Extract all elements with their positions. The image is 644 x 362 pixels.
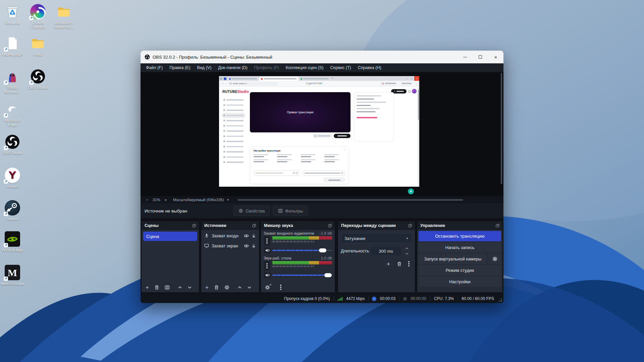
remove-transition-button[interactable] (395, 259, 404, 268)
duration-input[interactable]: 300 ms (370, 246, 402, 256)
source-toolbar: Источник не выбран Свойства Фильтры (141, 203, 503, 218)
popout-icon[interactable] (496, 224, 499, 228)
maximize-button[interactable] (473, 51, 488, 63)
channel-menu-button[interactable] (264, 236, 270, 246)
mute-speaker-button[interactable] (264, 272, 271, 278)
mixer-menu-icon[interactable] (280, 285, 281, 290)
bell-icon (408, 90, 411, 93)
menu-help[interactable]: Справка (H) (355, 64, 385, 71)
remove-scene-button[interactable] (154, 285, 159, 290)
menu-profile[interactable]: Профиль (P) (251, 64, 282, 71)
transition-select[interactable]: Затухание ▼ (341, 233, 412, 243)
desktop-icon-minecraft[interactable]: ↗ Майнкрафт (0, 36, 25, 57)
slider-handle[interactable] (319, 248, 326, 252)
desktop-icon-ubisoft-connect[interactable]: ↗ Ubisoft Connect (25, 4, 50, 29)
lock-icon[interactable] (252, 234, 256, 238)
desktop-icon-obs-studio-2[interactable]: ↗ OBS Studio (0, 134, 25, 155)
advanced-audio-gear-icon[interactable] (265, 285, 270, 290)
desktop-icon-label: игры (25, 52, 50, 57)
popout-icon[interactable] (192, 224, 196, 228)
preview-canvas[interactable]: + – □ × ‹ › ○ studio.rutube.ru ⋮ (141, 72, 503, 196)
source-properties-button[interactable] (224, 285, 229, 290)
menu-file[interactable]: Файл (F) (143, 64, 166, 71)
reload-icon: ○ (225, 82, 226, 84)
window-title: OBS 32.0.2 - Профиль: Безымянный - Сцены… (153, 55, 272, 60)
back-icon: ‹ (221, 82, 222, 85)
menu-tools[interactable]: Сервис (T) (327, 64, 354, 71)
fps: 60.00 / 60.00 FPS (462, 296, 494, 301)
desktop-icon-recycle-bin[interactable]: Корзина (0, 4, 25, 25)
browser-tab (227, 77, 259, 81)
avatar (412, 89, 417, 94)
remove-source-button[interactable] (214, 285, 219, 290)
desktop-icon-yandex[interactable]: Y ↗ Yandex (0, 168, 25, 189)
virtual-camera-button[interactable]: Запуск виртуальной камеры (419, 254, 487, 264)
zoom-out-button[interactable]: − (145, 197, 150, 202)
meter-scale: -60-55-50-45-40-35-30-25-20-15-10 -5 0 (272, 265, 332, 268)
studio-mode-button[interactable]: Режим студии (419, 265, 501, 276)
mute-speaker-button[interactable] (264, 247, 271, 253)
properties-button[interactable]: Свойства (233, 206, 270, 216)
volume-slider[interactable] (272, 248, 332, 253)
visibility-eye-icon[interactable] (244, 234, 249, 238)
menu-view[interactable]: Вид (V) (194, 64, 215, 71)
add-scene-button[interactable]: + (146, 285, 149, 290)
desktop-icon-label: Ubisoft Connect (25, 21, 50, 29)
source-row-display-capture[interactable]: Захват экран (201, 241, 259, 251)
live-stream-player: Прямая трансляция (250, 92, 351, 132)
stop-streaming-button[interactable]: Остановить трансляцию (419, 231, 501, 241)
settings-button[interactable]: Настройки (419, 277, 501, 287)
scene-list-item-selected[interactable]: Сцена (143, 232, 197, 241)
desktop-icon-obs-studio[interactable]: ↗ OBS Studio (25, 69, 50, 90)
menu-edit[interactable]: Правка (E) (166, 64, 194, 71)
shortcut-arrow-icon: ↗ (4, 47, 8, 52)
desktop-icon-metro-exodus[interactable]: M ↗ Metro Exodus (0, 265, 25, 286)
filters-button[interactable]: Фильтры (273, 206, 308, 216)
scene-down-button[interactable] (187, 285, 192, 290)
desktop-icon-label: Microsoft Edge (0, 118, 25, 127)
scene-filters-button[interactable] (165, 285, 170, 290)
resize-grip[interactable] (498, 298, 502, 302)
browser-tab-strip: + – □ × (219, 76, 419, 81)
desktop-icon-label: Майнкрафт (0, 52, 25, 57)
source-up-button[interactable] (237, 285, 242, 290)
menu-docks[interactable]: Док-панели (D) (215, 64, 251, 71)
source-row-audio-capture[interactable]: Захват входн (201, 231, 259, 241)
channel-menu-button[interactable] (264, 261, 270, 271)
desktop-icon-nvidia-app[interactable]: ↗ NVIDIA App (0, 231, 25, 252)
popout-icon[interactable] (252, 224, 256, 228)
menu-scene-collection[interactable]: Коллекция сцен (S) (282, 64, 327, 71)
slider-handle[interactable] (324, 273, 332, 277)
zoom-in-button[interactable]: + (163, 197, 168, 202)
save-frame-pill (380, 82, 398, 85)
spin-up-button[interactable] (403, 246, 411, 251)
desktop-icon-steam[interactable]: ↗ Steam (0, 200, 25, 221)
minimize-button[interactable] (457, 51, 473, 63)
spin-down-button[interactable] (403, 251, 411, 256)
cpu-usage: CPU: 7.3% (434, 296, 454, 301)
add-transition-button[interactable]: + (384, 259, 393, 268)
add-source-button[interactable]: + (205, 285, 209, 290)
browser-tab (299, 77, 330, 81)
preview-vertical-scrollbar[interactable] (501, 73, 502, 184)
desktop-icon-microsoft-edge[interactable]: ↗ Microsoft Edge (0, 102, 25, 127)
title-bar[interactable]: OBS 32.0.2 - Профиль: Безымянный - Сцены… (141, 51, 503, 63)
scale-mode-label[interactable]: Масштабируемый (596x335) (173, 198, 224, 202)
transition-menu-button[interactable] (405, 259, 413, 268)
sources-dock: Источники Захват входн Захват экран + (201, 221, 259, 292)
scene-up-button[interactable] (178, 285, 182, 290)
start-recording-button[interactable]: Начать запись (419, 242, 501, 253)
visibility-eye-icon[interactable] (244, 244, 249, 248)
preview-horizontal-scrollbar[interactable] (237, 199, 463, 201)
volume-slider[interactable] (272, 273, 332, 278)
lock-icon[interactable] (252, 244, 256, 248)
popout-icon[interactable] (328, 224, 332, 228)
desktop-icon-assassins-folder[interactable]: Assassin's Creed Re... (51, 4, 76, 29)
virtual-camera-settings-button[interactable] (488, 254, 501, 264)
popout-icon[interactable] (408, 224, 412, 228)
desktop-icon-totally-accurate[interactable]: ↗ Totally Accurat... (0, 69, 25, 94)
desktop-icon-games-folder[interactable]: игры (25, 36, 50, 57)
close-button[interactable]: × (488, 51, 503, 63)
source-down-button[interactable] (247, 285, 252, 290)
scale-mode-caret-icon[interactable]: ▼ (227, 198, 229, 201)
